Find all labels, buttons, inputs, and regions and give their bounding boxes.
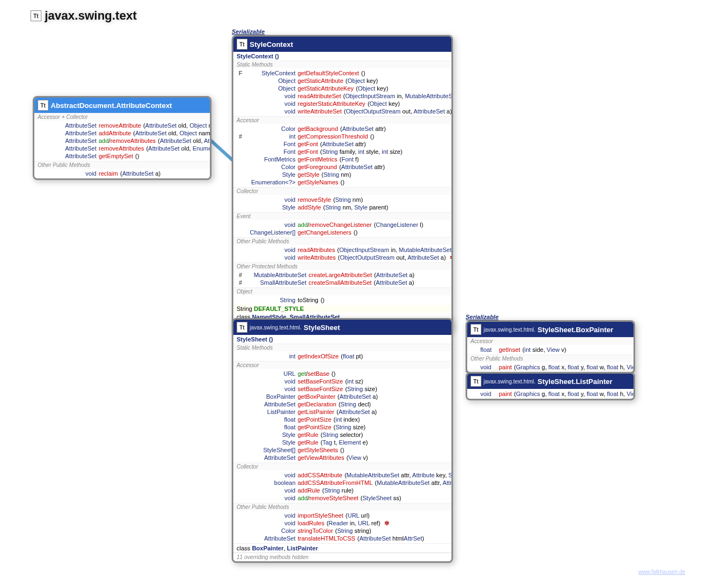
- args: (ObjectInputStream in, MutableAttributeS…: [337, 246, 453, 254]
- method-row: #MutableAttributeSetcreateLargeAttribute…: [237, 271, 448, 279]
- method-name[interactable]: addAttribute: [99, 129, 131, 137]
- method-name[interactable]: addStyle: [298, 203, 321, 211]
- method-name[interactable]: stringToColor: [298, 527, 333, 535]
- return-type: void: [246, 100, 295, 107]
- method-name[interactable]: getStyle: [298, 171, 319, 178]
- method-name[interactable]: createSmallAttributeSet: [309, 279, 372, 286]
- args: (): [361, 69, 365, 77]
- method-name[interactable]: getStaticAttribute: [298, 77, 343, 85]
- method-name[interactable]: getForeground: [298, 163, 337, 171]
- method-name[interactable]: add/removeChangeListener: [298, 221, 372, 229]
- method-name[interactable]: createLargeAttributeSet: [309, 271, 372, 279]
- section-label: Static Methods: [233, 344, 451, 351]
- method-name[interactable]: importStyleSheet: [298, 512, 343, 519]
- method-name[interactable]: add/removeStyleSheet: [298, 494, 358, 502]
- args: (AttributeSet old, AttributeSet attr): [158, 137, 212, 145]
- args: (String size): [345, 385, 377, 393]
- method-name[interactable]: getDefaultStyleContext: [298, 69, 359, 77]
- method-list: voidremoveStyle (String nm)StyleaddStyle…: [233, 195, 451, 212]
- method-name[interactable]: getViewAttributes: [298, 454, 344, 461]
- method-name[interactable]: paint: [499, 363, 512, 371]
- method-name[interactable]: setBaseFontSize: [298, 377, 343, 385]
- method-name[interactable]: getFontMetrics: [298, 155, 337, 163]
- throws-icon: ✲: [448, 254, 453, 261]
- method-name[interactable]: paint: [499, 390, 512, 398]
- box-title: StyleSheet.BoxPainter: [538, 326, 613, 334]
- method-name[interactable]: getStyleSheets: [298, 446, 338, 454]
- method-row: voidregisterStaticAttributeKey (Object k…: [237, 100, 448, 107]
- return-type: Style: [246, 203, 295, 211]
- modifier: [237, 439, 244, 446]
- method-row: ColorgetForeground (AttributeSet attr): [237, 163, 448, 171]
- inner-class-link[interactable]: BoxPainter: [252, 545, 283, 551]
- method-name[interactable]: toString: [298, 296, 318, 304]
- return-type: int: [246, 133, 295, 140]
- inner-class-link[interactable]: ListPainter: [287, 545, 318, 551]
- method-name[interactable]: getIndexOfSize: [298, 352, 339, 360]
- method-row: floatgetPointSize (String size): [237, 423, 448, 431]
- method-name[interactable]: getFont: [298, 148, 318, 155]
- method-name[interactable]: readAttributes: [298, 246, 335, 254]
- method-name[interactable]: setBaseFontSize: [298, 385, 343, 393]
- serializable-label[interactable]: Serializable: [232, 28, 265, 35]
- watermark-link[interactable]: www.falkhausen.de: [638, 569, 685, 575]
- method-row: StyleaddStyle (String nm, Style parent): [237, 203, 448, 211]
- modifier: #: [237, 279, 244, 286]
- method-name[interactable]: removeAttributes: [99, 145, 144, 152]
- method-name[interactable]: registerStaticAttributeKey: [298, 100, 365, 107]
- method-name[interactable]: getInset: [499, 346, 520, 353]
- method-name[interactable]: translateHTMLToCSS: [298, 535, 355, 542]
- modifier: [237, 140, 244, 148]
- constructor: StyleContext (): [233, 52, 451, 61]
- method-name[interactable]: getListPainter: [298, 408, 334, 416]
- serializable-label[interactable]: Serializable: [466, 314, 499, 320]
- method-name[interactable]: getPointSize: [298, 423, 331, 431]
- method-name[interactable]: getRule: [298, 439, 318, 446]
- method-name[interactable]: addRule: [298, 487, 320, 494]
- method-name[interactable]: getCompressionThreshold: [298, 133, 368, 140]
- method-name[interactable]: reclaim: [99, 170, 118, 177]
- method-name[interactable]: add/removeAttributes: [99, 137, 156, 145]
- method-name[interactable]: getStaticAttributeKey: [298, 85, 354, 92]
- method-name[interactable]: addCSSAttribute: [298, 471, 342, 479]
- method-name[interactable]: getRule: [298, 431, 318, 439]
- modifier: F: [237, 69, 244, 77]
- return-type: void: [246, 377, 295, 385]
- method-name[interactable]: getDeclaration: [298, 400, 336, 408]
- return-type: ChangeListener[]: [246, 229, 295, 236]
- method-name[interactable]: getBoxPainter: [298, 393, 335, 400]
- method-name[interactable]: loadRules: [298, 519, 324, 527]
- return-type: void: [246, 487, 295, 494]
- method-name[interactable]: getChangeListeners: [298, 229, 351, 236]
- section-label: Object: [233, 287, 451, 295]
- args: (Font f): [340, 155, 359, 163]
- method-name[interactable]: readAttributeSet: [298, 92, 341, 100]
- modifier: [237, 370, 244, 377]
- box-header: Tt javax.swing.text.html.StyleSheet.List…: [467, 374, 633, 389]
- method-name[interactable]: addCSSAttributeFromHTML: [298, 479, 373, 487]
- method-row: BoxPaintergetBoxPainter (AttributeSet a): [237, 393, 448, 400]
- method-name[interactable]: getStyleNames: [298, 178, 339, 186]
- box-title: StyleContext: [250, 40, 293, 49]
- method-name[interactable]: removeStyle: [298, 196, 331, 203]
- method-name[interactable]: writeAttributes: [298, 254, 336, 261]
- method-name[interactable]: writeAttributeSet: [298, 107, 342, 115]
- method-name[interactable]: getEmptySet: [99, 152, 133, 160]
- modifier: [237, 178, 244, 186]
- method-name[interactable]: getPointSize: [298, 416, 331, 423]
- boxpainter-box: Tt javax.swing.text.html.StyleSheet.BoxP…: [466, 320, 635, 374]
- method-row: #intgetCompressionThreshold (): [237, 133, 448, 140]
- method-name[interactable]: removeAttribute: [99, 122, 141, 129]
- method-name[interactable]: get/setBase: [298, 370, 329, 377]
- method-name[interactable]: getBackground: [298, 125, 338, 133]
- args: (AttributeSet a): [336, 408, 377, 416]
- return-type: Object: [246, 85, 295, 92]
- method-name[interactable]: getFont: [298, 140, 318, 148]
- modifier: [237, 535, 244, 542]
- method-row: voidsetBaseFontSize (String size): [237, 385, 448, 393]
- attributecontext-box: Tt AbstractDocument.AttributeContext Acc…: [33, 96, 212, 180]
- modifier: [237, 221, 244, 229]
- args: (AttributeSet old, Object name): [143, 122, 212, 129]
- box-header: Tt javax.swing.text.html.StyleSheet: [233, 320, 451, 335]
- return-type: MutableAttributeSet: [246, 271, 306, 279]
